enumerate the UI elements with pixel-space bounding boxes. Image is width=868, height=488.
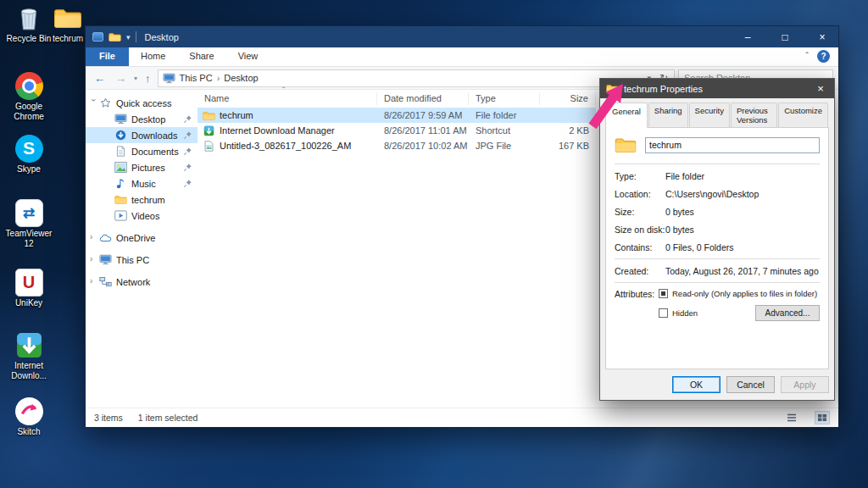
file-date: 8/26/2017 9:59 AM xyxy=(377,110,469,120)
skitch-icon xyxy=(15,396,43,425)
tab-general[interactable]: General xyxy=(605,103,648,128)
sidebar-item-downloads[interactable]: Downloads xyxy=(86,127,198,143)
sidebar-item-desktop[interactable]: Desktop xyxy=(86,111,198,127)
back-button[interactable]: ← xyxy=(91,72,108,85)
hidden-checkbox[interactable] xyxy=(659,308,668,318)
teamviewer-icon: ⇄ xyxy=(15,198,43,227)
address-bar[interactable]: This PC › Desktop ▾ ↻ xyxy=(158,69,675,87)
dialog-tabs: General Sharing Security Previous Versio… xyxy=(600,98,834,127)
sidebar-item-techrum[interactable]: techrum xyxy=(86,191,198,208)
desktop-icon-idm[interactable]: Internet Downlo... xyxy=(5,330,53,381)
documents-icon xyxy=(114,146,127,157)
separator xyxy=(615,258,820,259)
forward-button[interactable]: → xyxy=(112,72,130,85)
size-on-disk-value: 0 bytes xyxy=(665,225,820,235)
items-count: 3 items xyxy=(94,413,123,423)
desktop-icon-google-chrome[interactable]: Google Chrome xyxy=(5,71,53,122)
attributes-label: Attributes: xyxy=(615,289,659,299)
tab-previous-versions[interactable]: Previous Versions xyxy=(731,103,777,127)
cancel-button[interactable]: Cancel xyxy=(726,376,775,393)
column-header-date-modified[interactable]: Date modified xyxy=(377,92,469,105)
file-row-internet-download-manager[interactable]: Internet Download Manager 8/26/2017 11:0… xyxy=(198,123,596,138)
dialog-close-button[interactable]: × xyxy=(807,79,834,98)
this-pc-icon xyxy=(99,254,112,265)
desktop-icon-techrum[interactable]: techrum xyxy=(47,3,88,44)
column-header-type[interactable]: Type xyxy=(469,92,540,105)
column-header-name[interactable]: Name xyxy=(198,92,377,105)
sidebar-item-documents[interactable]: Documents xyxy=(86,143,198,159)
tab-customize[interactable]: Customize xyxy=(778,103,828,127)
status-bar: 3 items 1 item selected xyxy=(86,408,838,427)
readonly-checkbox[interactable] xyxy=(659,289,668,298)
recycle-bin-icon xyxy=(17,3,41,32)
explorer-titlebar: ▾ Desktop – □ × xyxy=(86,26,838,47)
desktop-folder-icon xyxy=(114,114,127,125)
file-size: 167 KB xyxy=(540,141,596,151)
pin-icon xyxy=(183,130,192,140)
ok-button[interactable]: OK xyxy=(672,376,721,393)
up-button[interactable]: ↑ xyxy=(142,72,154,85)
desktop-icon-skype[interactable]: S Skype xyxy=(5,134,53,175)
location-icon xyxy=(163,73,175,84)
breadcrumb-desktop[interactable]: Desktop xyxy=(224,73,258,83)
ribbon-expand-icon[interactable]: ˆ xyxy=(797,47,817,66)
details-view-button[interactable] xyxy=(784,411,799,424)
file-name: techrum xyxy=(220,110,253,120)
thumbnails-view-button[interactable] xyxy=(815,411,830,424)
quick-access-folder-icon[interactable] xyxy=(108,31,121,42)
file-size: 2 KB xyxy=(540,125,596,136)
dialog-buttons: OK Cancel Apply xyxy=(600,369,834,400)
desktop-icon-unikey[interactable]: U UniKey xyxy=(5,268,53,308)
ribbon-tab-view[interactable]: View xyxy=(226,47,270,66)
apply-button[interactable]: Apply xyxy=(781,376,829,393)
advanced-button[interactable]: Advanced... xyxy=(755,305,820,321)
hidden-label: Hidden xyxy=(672,308,698,318)
help-icon[interactable]: ? xyxy=(817,50,830,63)
close-button[interactable]: × xyxy=(806,26,838,47)
minimize-button[interactable]: – xyxy=(732,26,764,47)
dialog-titlebar: techrum Properties × xyxy=(600,79,834,98)
location-value: C:\Users\ngovi\Desktop xyxy=(665,189,820,199)
sidebar-item-videos[interactable]: Videos xyxy=(86,208,198,224)
onedrive-icon xyxy=(99,232,112,243)
size-on-disk-label: Size on disk: xyxy=(615,225,665,235)
sidebar-item-network[interactable]: › Network xyxy=(86,274,198,290)
downloads-icon xyxy=(114,130,127,141)
readonly-label: Read-only (Only applies to files in fold… xyxy=(672,289,817,298)
file-type: JPG File xyxy=(469,141,540,151)
file-row-techrum[interactable]: techrum 8/26/2017 9:59 AM File folder xyxy=(198,108,596,123)
chevron-expanded-icon[interactable]: › xyxy=(89,99,98,106)
desktop-icon-recycle-bin[interactable]: Recycle Bin xyxy=(5,3,53,44)
file-type: File folder xyxy=(469,110,540,120)
breadcrumb-chevron-icon: › xyxy=(217,73,220,83)
sidebar-item-onedrive[interactable]: › OneDrive xyxy=(86,230,198,246)
sidebar-item-this-pc[interactable]: › This PC xyxy=(86,252,198,268)
explorer-system-icon[interactable] xyxy=(92,32,103,42)
desktop[interactable]: Recycle Bin techrum Google Chrome S Skyp… xyxy=(0,0,868,488)
navigation-pane: › Quick access Desktop Downloads Documen xyxy=(86,90,198,408)
column-header-size[interactable]: Size xyxy=(540,92,596,105)
ribbon-tab-home[interactable]: Home xyxy=(129,47,177,66)
desktop-icon-teamviewer[interactable]: ⇄ TeamViewer 12 xyxy=(5,198,53,249)
folder-name-input[interactable] xyxy=(645,137,820,153)
maximize-button[interactable]: □ xyxy=(769,26,801,47)
tab-security[interactable]: Security xyxy=(689,103,730,127)
file-row-untitled-jpg[interactable]: Untitled-3_082617_100226_AM 8/26/2017 10… xyxy=(198,138,596,153)
network-icon xyxy=(99,276,112,287)
chevron-collapsed-icon[interactable]: › xyxy=(90,232,97,241)
pin-icon xyxy=(183,163,192,172)
recent-locations-dropdown-icon[interactable]: ▾ xyxy=(133,75,138,82)
chevron-collapsed-icon[interactable]: › xyxy=(90,276,97,286)
ribbon-tab-file[interactable]: File xyxy=(86,47,129,66)
sidebar-item-music[interactable]: Music xyxy=(86,175,198,191)
contains-value: 0 Files, 0 Folders xyxy=(665,242,820,252)
desktop-icon-skitch[interactable]: Skitch xyxy=(5,396,53,437)
sidebar-item-pictures[interactable]: Pictures xyxy=(86,159,198,175)
ribbon-tab-share[interactable]: Share xyxy=(177,47,225,66)
contains-label: Contains: xyxy=(615,242,665,252)
chevron-collapsed-icon[interactable]: › xyxy=(90,254,97,263)
sidebar-item-quick-access[interactable]: › Quick access xyxy=(86,95,198,111)
breadcrumb-this-pc[interactable]: This PC xyxy=(180,73,213,83)
tab-sharing[interactable]: Sharing xyxy=(648,103,688,127)
qat-dropdown-icon[interactable]: ▾ xyxy=(126,33,131,42)
